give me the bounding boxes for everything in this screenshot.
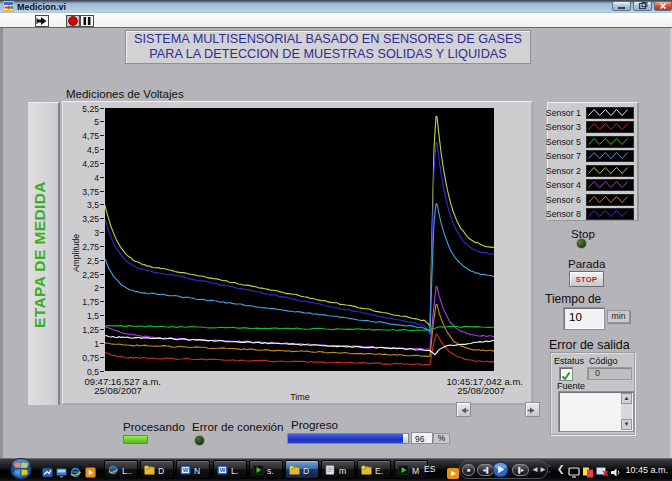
- svg-text:W: W: [183, 467, 189, 473]
- svg-text:W: W: [220, 467, 226, 473]
